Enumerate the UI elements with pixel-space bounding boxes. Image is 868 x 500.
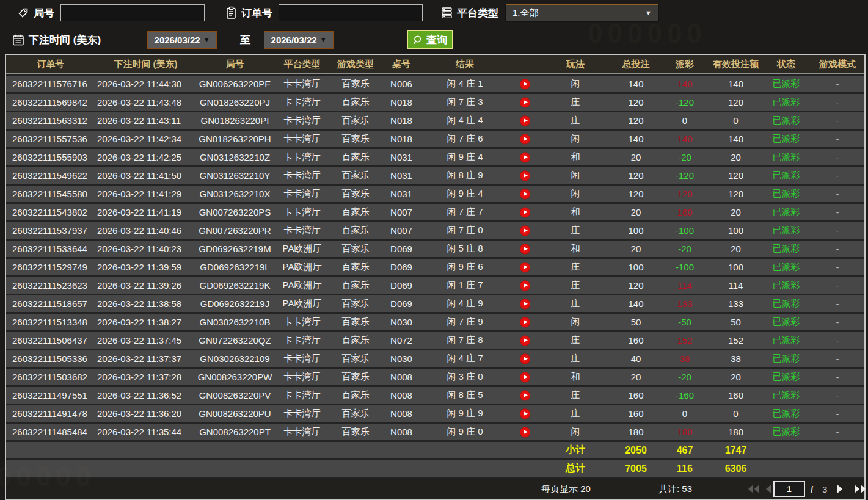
cell-bet-time: 2026-03-22 11:37:45	[95, 335, 197, 346]
replay-play-icon[interactable]	[520, 390, 530, 400]
replay-play-icon[interactable]	[520, 372, 530, 382]
replay-play-icon[interactable]	[520, 170, 530, 181]
cell-game-type: 百家乐	[331, 151, 380, 163]
cell-play-type: 庄	[539, 335, 612, 346]
page-input[interactable]	[773, 481, 805, 497]
platform-select[interactable]: 1.全部 ▼	[506, 4, 658, 21]
replay-play-icon[interactable]	[520, 408, 530, 419]
cell-valid-bet: 120	[710, 170, 762, 181]
replay-play-icon[interactable]	[520, 353, 530, 364]
cell-valid-bet: 100	[710, 262, 762, 272]
cell-platform: 卡卡湾厅	[273, 353, 331, 364]
replay-play-icon[interactable]	[520, 262, 530, 272]
prev-page-button[interactable]	[765, 485, 771, 493]
table-body: 260322111576716 2026-03-22 11:44:30 GN00…	[6, 74, 864, 440]
replay-play-icon[interactable]	[520, 207, 530, 217]
cell-platform: 卡卡湾厅	[273, 133, 331, 145]
cell-total-bet: 160	[612, 390, 660, 400]
cell-total-bet: 140	[612, 134, 660, 144]
next-page-button[interactable]	[837, 485, 844, 493]
replay-play-icon[interactable]	[520, 134, 530, 144]
subtotal-label: 小计	[539, 444, 612, 457]
table-row: 260322111529749 2026-03-22 11:39:59 GD06…	[6, 257, 864, 275]
col-header-game-type: 游戏类型	[331, 59, 380, 70]
cell-status: 已派彩	[762, 371, 811, 383]
cell-valid-bet: 152	[710, 335, 762, 346]
date-to-picker[interactable]: 2026/03/22 ▼	[264, 31, 334, 49]
cell-valid-bet: 120	[710, 189, 762, 199]
cell-game-no: GN072263220QZ	[197, 335, 273, 346]
replay-play-icon[interactable]	[520, 225, 530, 236]
cell-order-no: 260322111545580	[6, 189, 95, 199]
cell-platform: 卡卡湾厅	[273, 335, 331, 346]
table-row: 260322111506437 2026-03-22 11:37:45 GN07…	[6, 330, 864, 349]
date-from-picker[interactable]: 2026/03/22 ▼	[147, 31, 217, 49]
cell-table-no: N008	[380, 390, 423, 400]
cell-payout: 140	[660, 134, 710, 144]
cell-bet-time: 2026-03-22 11:38:58	[95, 299, 197, 309]
cell-game-type: 百家乐	[331, 96, 380, 108]
last-page-button[interactable]	[854, 485, 866, 493]
cell-table-no: N018	[380, 97, 423, 107]
replay-play-icon[interactable]	[520, 79, 530, 89]
cell-total-bet: 120	[612, 97, 660, 107]
cell-result: 闲 7 庄 8	[423, 335, 539, 346]
order-no-input[interactable]	[279, 4, 423, 21]
cell-order-no: 260322111569842	[6, 97, 95, 107]
cell-payout: -20	[660, 372, 710, 382]
replay-play-icon[interactable]	[520, 280, 530, 291]
tag-icon	[17, 7, 29, 19]
cell-game-type: 百家乐	[331, 316, 380, 328]
game-no-input[interactable]	[60, 4, 205, 21]
cell-game-type: 百家乐	[331, 353, 380, 364]
cell-payout: -20	[660, 152, 710, 162]
cell-total-bet: 120	[612, 189, 660, 199]
cell-game-type: 百家乐	[331, 188, 380, 200]
cell-payout: 160	[660, 207, 710, 217]
page-separator: /	[811, 484, 813, 494]
cell-game-type: 百家乐	[331, 133, 380, 145]
table-row: 260322111555903 2026-03-22 11:42:25 GN03…	[6, 147, 864, 165]
cell-result: 闲 9 庄 4	[423, 151, 539, 163]
cell-order-no: 260322111537937	[6, 225, 95, 236]
replay-play-icon[interactable]	[520, 244, 530, 254]
replay-play-icon[interactable]	[520, 152, 530, 162]
replay-play-icon[interactable]	[520, 97, 530, 107]
cell-play-type: 庄	[539, 408, 612, 419]
replay-play-icon[interactable]	[520, 299, 530, 309]
cell-game-no: GD0692632219J	[197, 299, 273, 309]
cell-game-mode: -	[811, 353, 864, 364]
first-page-button[interactable]	[748, 485, 760, 493]
cell-status: 已派彩	[762, 133, 811, 145]
grand-total-total-bet: 7005	[612, 463, 660, 474]
cell-game-no: GN018263220PJ	[197, 97, 273, 107]
col-header-play: 玩法	[539, 59, 612, 70]
per-page-text: 每页显示 20	[541, 483, 591, 495]
cell-payout: 0	[660, 408, 710, 419]
cell-table-no: D069	[380, 262, 423, 272]
cell-total-bet: 120	[612, 115, 660, 126]
cell-game-no: GN0312632210X	[197, 189, 273, 199]
cell-result: 闲 1 庄 7	[423, 280, 539, 291]
grand-total-valid-bet: 6306	[710, 463, 762, 474]
cell-play-type: 和	[539, 371, 612, 383]
cell-order-no: 260322111485484	[6, 427, 95, 437]
cell-status: 已派彩	[762, 115, 811, 126]
col-header-payout: 派彩	[660, 59, 710, 70]
cell-game-no: GN0312632210Z	[197, 152, 273, 162]
subtotal-payout: 467	[660, 445, 710, 456]
cell-order-no: 260322111506437	[6, 335, 95, 346]
cell-platform: PA欧洲厅	[273, 298, 331, 310]
cell-payout: 114	[660, 280, 710, 291]
replay-play-icon[interactable]	[520, 317, 530, 327]
cell-total-bet: 100	[612, 262, 660, 272]
date-to-value: 2026/03/22	[271, 35, 317, 45]
replay-play-icon[interactable]	[520, 189, 530, 199]
replay-play-icon[interactable]	[520, 427, 530, 437]
cell-status: 已派彩	[762, 298, 811, 310]
search-button[interactable]: 查询	[407, 30, 453, 49]
replay-play-icon[interactable]	[520, 115, 530, 126]
replay-play-icon[interactable]	[520, 335, 530, 346]
cell-game-type: 百家乐	[331, 225, 380, 236]
col-header-order: 订单号	[6, 59, 95, 70]
